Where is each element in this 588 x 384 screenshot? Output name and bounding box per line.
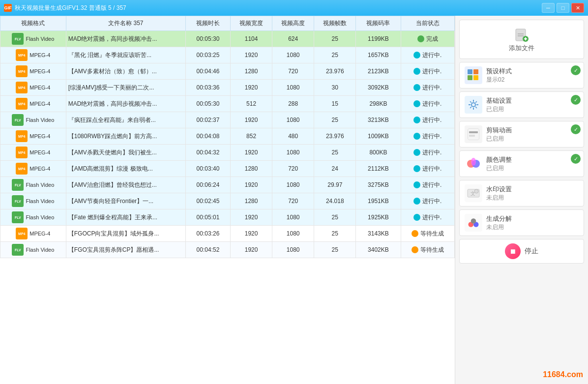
format-icon: MP4	[16, 49, 28, 61]
status-text: 等待生成	[420, 230, 444, 238]
duration-cell: 00:05:01	[185, 209, 230, 226]
window-controls[interactable]: ─ □ ✕	[542, 3, 584, 13]
format-label: MPEG-4	[29, 68, 50, 74]
table-row[interactable]: MP4MPEG-4『黑化 泪燃』冬季就应该听苦...00:03:25192010…	[0, 47, 455, 63]
bitrate-cell: 1009KB	[356, 128, 401, 145]
table-row[interactable]: MP4MPEG-4【AMV杀戮天使燃向】我们被生...00:04:3219201…	[0, 145, 455, 161]
basic-settings-check: ✓	[571, 95, 581, 105]
color-adjust-labels: 颜色调整 已启用	[486, 155, 512, 173]
table-row[interactable]: FLVFlash VideoMAD绝对震撼，高同步视频冲击...00:05:30…	[0, 31, 455, 47]
fps-cell: 25	[314, 47, 356, 63]
fps-cell: 25	[314, 31, 356, 47]
table-row[interactable]: FLVFlash Video【FGO宝具混剪杀阵CP】愿相遇...00:04:5…	[0, 242, 455, 258]
table-row[interactable]: FLVFlash Video【Fate 燃到爆全程高能】王来承...00:05:…	[0, 209, 455, 226]
height-cell: 1080	[272, 226, 314, 242]
width-cell: 1920	[231, 47, 272, 63]
status-dot	[413, 214, 420, 221]
svg-point-20	[474, 189, 478, 193]
format-label: Flash Video	[26, 182, 54, 188]
col-header-bitrate: 视频码率	[356, 16, 401, 31]
filename-cell: 【AMV杀戮天使燃向】我们被生...	[66, 145, 185, 161]
format-cell: MP4MPEG-4	[0, 96, 66, 112]
table-row[interactable]: MP4MPEG-4【AMD高燃混剪】综漫 极致电...00:03:4012807…	[0, 161, 455, 177]
height-cell: 1080	[272, 209, 314, 226]
color-adjust-inner: 颜色调整 已启用	[465, 155, 512, 173]
decompose-label: 生成分解	[486, 214, 512, 223]
title-bar: GIF 秋天视频批量生成GIFV1.32 普通版 5 / 357 ─ □ ✕	[0, 0, 588, 16]
status-cell: 进行中.	[401, 209, 454, 226]
width-cell: 1920	[231, 226, 272, 242]
file-table[interactable]: 视频格式 文件名称 357 视频时长 视频宽度 视频高度 视频帧数 视频码率 当…	[0, 16, 455, 384]
maximize-button[interactable]: □	[557, 3, 569, 13]
color-adjust-label: 颜色调整	[486, 155, 512, 164]
clip-animation-labels: 剪辑动画 已启用	[486, 126, 512, 143]
status-text: 完成	[426, 35, 438, 43]
bitrate-cell: 1657KB	[356, 47, 401, 63]
minimize-button[interactable]: ─	[542, 3, 555, 13]
status-text: 进行中.	[422, 67, 441, 76]
watermark-value: 未启用	[486, 194, 512, 202]
preset-label: 预设样式	[486, 67, 512, 76]
width-cell: 1920	[231, 145, 272, 161]
file-panel: 视频格式 文件名称 357 视频时长 视频宽度 视频高度 视频帧数 视频码率 当…	[0, 16, 455, 384]
basic-settings-section[interactable]: 基础设置 已启用 ✓	[459, 91, 584, 118]
status-cell: 进行中.	[401, 112, 454, 128]
clip-animation-check: ✓	[571, 124, 581, 134]
fps-cell: 25	[314, 242, 356, 258]
status-dot	[413, 198, 420, 205]
height-cell: 720	[272, 193, 314, 209]
table-row[interactable]: MP4MPEG-4MAD绝对震撼，高同步视频冲击...00:05:3051228…	[0, 96, 455, 112]
format-cell: FLVFlash Video	[0, 193, 66, 209]
height-cell: 1080	[272, 177, 314, 193]
width-cell: 1280	[231, 161, 272, 177]
format-cell: MP4MPEG-4	[0, 63, 66, 80]
preset-icon	[465, 66, 482, 84]
bitrate-cell: 3275KB	[356, 177, 401, 193]
close-button[interactable]: ✕	[571, 3, 584, 13]
format-icon: MP4	[16, 228, 28, 239]
fps-cell: 25	[314, 145, 356, 161]
status-dot	[413, 165, 420, 172]
table-row[interactable]: MP4MPEG-4【FGOCP向宝具混剪】域外孤身...00:03:261920…	[0, 226, 455, 242]
add-file-section[interactable]: 添加文件	[459, 20, 584, 59]
duration-cell: 00:04:52	[185, 242, 230, 258]
duration-cell: 00:06:24	[185, 177, 230, 193]
height-cell: 480	[272, 128, 314, 145]
height-cell: 288	[272, 96, 314, 112]
filename-cell: 【FGOCP向宝具混剪】域外孤身...	[66, 226, 185, 242]
status-cell: 进行中.	[401, 161, 454, 177]
width-cell: 1104	[231, 31, 272, 47]
color-adjust-section[interactable]: 颜色调整 已启用 ✓	[459, 150, 584, 177]
stop-section[interactable]: ⏹ 停止	[459, 239, 584, 264]
table-row[interactable]: MP4MPEG-4[综漫AMV]感受一下美丽的二次...00:03:361920…	[0, 80, 455, 96]
watermark-section[interactable]: 文 水印设置 未启用	[459, 180, 584, 207]
format-cell: FLVFlash Video	[0, 112, 66, 128]
table-row[interactable]: FLVFlash Video『疯狂踩点全程高能』来自弱者...00:02:371…	[0, 112, 455, 128]
bitrate-cell: 2112KB	[356, 161, 401, 177]
filename-cell: 『疯狂踩点全程高能』来自弱者...	[66, 112, 185, 128]
basic-settings-labels: 基础设置 已启用	[486, 96, 512, 114]
fps-cell: 25	[314, 209, 356, 226]
status-cell: 等待生成	[401, 242, 454, 258]
clip-animation-section[interactable]: 剪辑动画 已启用 ✓	[459, 121, 584, 148]
status-text: 进行中.	[422, 181, 441, 189]
decompose-section[interactable]: 生成分解 未启用	[459, 209, 584, 236]
table-row[interactable]: FLVFlash Video【AMV治愈泪燃】曾经我也想过...00:06:24…	[0, 177, 455, 193]
status-cell: 进行中.	[401, 63, 454, 80]
status-dot	[413, 68, 420, 75]
duration-cell: 00:03:25	[185, 47, 230, 63]
col-header-name: 文件名称 357	[66, 16, 185, 31]
width-cell: 512	[231, 96, 272, 112]
width-cell: 1280	[231, 193, 272, 209]
status-dot	[413, 133, 420, 140]
watermark-icon: 文	[465, 184, 482, 202]
table-row[interactable]: MP4MPEG-4【1080RWBY踩点燃向】前方高...00:04:08852…	[0, 128, 455, 145]
clip-animation-icon	[465, 125, 482, 143]
table-row[interactable]: FLVFlash Video【AMV节奏向轻音Frontier】一...00:0…	[0, 193, 455, 209]
filename-cell: 【AMD高燃混剪】综漫 极致电...	[66, 161, 185, 177]
preset-section[interactable]: 预设样式 显示02 ✓	[459, 62, 584, 89]
status-text: 进行中.	[422, 148, 441, 157]
format-icon: FLV	[12, 244, 24, 256]
status-cell: 进行中.	[401, 47, 454, 63]
table-row[interactable]: MP4MPEG-4【AMV多素材治（致）愈（郁）...00:04:4612807…	[0, 63, 455, 80]
